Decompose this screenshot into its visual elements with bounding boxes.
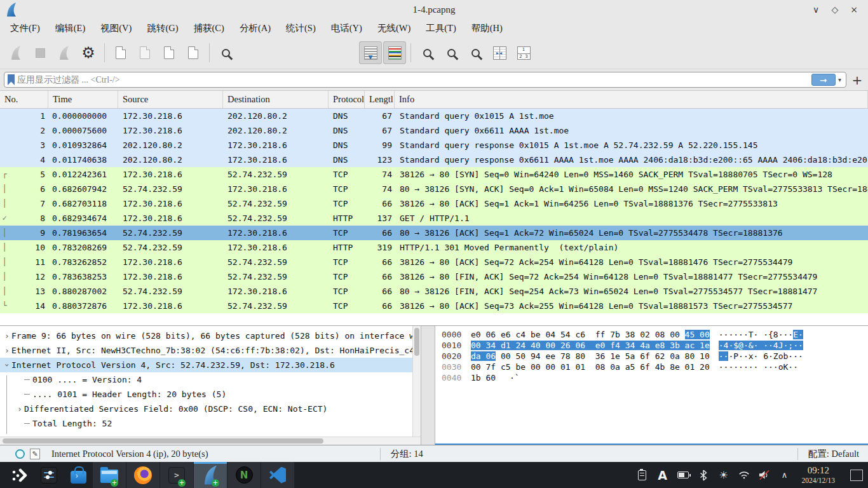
expander-icon[interactable]: › xyxy=(3,331,11,341)
zoom-in-button[interactable] xyxy=(416,41,438,64)
clipboard-tray-icon[interactable] xyxy=(637,469,648,482)
go-back-button[interactable] xyxy=(238,41,261,64)
column-header-info[interactable]: Info xyxy=(395,91,868,108)
detail-line[interactable]: ›Ethernet II, Src: NewH3CTechno_7b:38:02… xyxy=(0,343,421,358)
status-profile[interactable]: 配置: Default xyxy=(797,448,868,460)
capture-comment-icon[interactable]: ✎ xyxy=(30,449,40,459)
firefox-task[interactable] xyxy=(126,462,159,488)
file-manager-task[interactable]: + xyxy=(93,462,126,488)
zoom-reset-button[interactable] xyxy=(464,41,487,64)
menu-analyze[interactable]: 分析(A) xyxy=(232,21,278,36)
packet-row[interactable]: │70.682703118172.30.218.652.74.232.59TCP… xyxy=(0,196,868,211)
tray-expand-chevron-icon[interactable]: ∧ xyxy=(779,469,790,482)
expander-icon[interactable]: › xyxy=(15,404,24,414)
battery-tray-icon[interactable] xyxy=(677,469,689,482)
title-bar[interactable]: 1-4.pcapng ∨ ◇ × xyxy=(0,0,868,19)
menu-telephony[interactable]: 电话(Y) xyxy=(323,21,370,36)
go-first-button[interactable] xyxy=(311,41,334,64)
packet-row[interactable]: └140.880372876172.30.218.652.74.232.59TC… xyxy=(0,299,868,313)
menu-edit[interactable]: 编辑(E) xyxy=(48,21,93,36)
hex-row[interactable]: 0020da 06 00 50 94 ee 78 80 36 1e 5a 6f … xyxy=(442,351,868,362)
menu-view[interactable]: 视图(V) xyxy=(93,21,139,36)
vscode-task[interactable] xyxy=(261,462,294,488)
open-file-button[interactable] xyxy=(109,41,132,64)
hex-row[interactable]: 003000 7f c5 be 00 00 01 01 08 0a a5 6f … xyxy=(442,362,868,373)
hex-row[interactable]: 00401b 60 ·` xyxy=(442,373,868,384)
packet-row[interactable]: │60.68260794252.74.232.59172.30.218.6TCP… xyxy=(0,182,868,196)
layout-button[interactable] xyxy=(512,41,535,64)
find-packet-button[interactable] xyxy=(214,41,237,64)
details-horizontal-scrollbar[interactable] xyxy=(0,437,421,445)
bluetooth-tray-icon[interactable] xyxy=(698,469,709,482)
column-header-no[interactable]: No. xyxy=(0,91,48,108)
settings-launcher[interactable] xyxy=(34,462,64,488)
close-file-button[interactable] xyxy=(158,41,180,64)
details-horizontal-scrollbar-thumb[interactable] xyxy=(3,438,323,444)
show-desktop-button[interactable] xyxy=(850,470,863,481)
hex-row[interactable]: 0000e0 06 e6 c4 be 04 54 c6 ff 7b 38 02 … xyxy=(442,330,868,341)
packet-row[interactable]: 10.000000000172.30.218.6202.120.80.2DNS6… xyxy=(0,109,868,123)
close-button[interactable]: × xyxy=(848,3,860,16)
clock[interactable]: 09:12 2024/12/13 xyxy=(799,465,837,484)
wireshark-task[interactable]: + xyxy=(194,462,227,488)
packet-row[interactable]: 30.010932864202.120.80.2172.30.218.6DNS9… xyxy=(0,138,868,152)
expert-info-icon[interactable] xyxy=(15,449,25,459)
packet-row[interactable]: ✓80.682934674172.30.218.652.74.232.59HTT… xyxy=(0,211,868,226)
capture-options-button[interactable] xyxy=(77,41,100,64)
go-to-packet-button[interactable] xyxy=(287,41,309,64)
filter-bookmark-icon[interactable] xyxy=(8,74,15,85)
menu-capture[interactable]: 捕获(C) xyxy=(186,21,232,36)
zoom-out-button[interactable] xyxy=(440,41,463,64)
display-filter-field[interactable]: ➞ ▾ xyxy=(4,72,846,88)
menu-wireless[interactable]: 无线(W) xyxy=(370,21,418,36)
colorize-toggle[interactable] xyxy=(383,41,406,64)
packet-row[interactable]: │100.78320826952.74.232.59172.30.218.6HT… xyxy=(0,240,868,255)
resize-columns-button[interactable] xyxy=(488,41,511,64)
terminal-task[interactable]: > + xyxy=(160,462,193,488)
maximize-button[interactable]: ◇ xyxy=(829,3,841,16)
hex-row[interactable]: 001000 34 d1 24 40 00 26 06 e0 f4 34 4a … xyxy=(442,341,868,351)
packet-row[interactable]: 40.011740638202.120.80.2172.30.218.6DNS1… xyxy=(0,152,868,167)
packet-row[interactable]: │90.78196365452.74.232.59172.30.218.6TCP… xyxy=(0,226,868,240)
pane-splitter[interactable] xyxy=(421,326,435,445)
detail-line[interactable]: ›Differentiated Services Field: 0x00 (DS… xyxy=(0,402,421,416)
apply-filter-button[interactable]: ➞ xyxy=(811,74,836,86)
expander-icon[interactable]: › xyxy=(3,361,12,370)
go-forward-button[interactable] xyxy=(262,41,285,64)
menu-help[interactable]: 帮助(H) xyxy=(464,21,510,36)
software-store-launcher[interactable] xyxy=(64,462,93,488)
menu-statistics[interactable]: 统计(S) xyxy=(278,21,323,36)
packet-row[interactable]: │120.783638253172.30.218.652.74.232.59TC… xyxy=(0,269,868,284)
detail-line[interactable]: 0100 .... = Version: 4 xyxy=(0,372,421,387)
packet-row[interactable]: │110.783262852172.30.218.652.74.232.59TC… xyxy=(0,255,868,269)
display-filter-input[interactable] xyxy=(17,75,811,85)
minimize-button[interactable]: ∨ xyxy=(810,3,822,16)
detail-line[interactable]: ›Frame 9: 66 bytes on wire (528 bits), 6… xyxy=(0,329,421,343)
detail-line[interactable]: ›Internet Protocol Version 4, Src: 52.74… xyxy=(0,358,421,372)
wifi-tray-icon[interactable] xyxy=(738,469,750,482)
input-method-tray-icon[interactable]: A xyxy=(657,469,668,482)
add-filter-button[interactable]: + xyxy=(850,72,864,88)
detail-line[interactable]: Total Length: 52 xyxy=(0,416,421,431)
column-header-destination[interactable]: Destination xyxy=(223,91,329,108)
details-vertical-scrollbar-thumb[interactable] xyxy=(414,328,419,356)
column-header-time[interactable]: Time xyxy=(48,91,118,108)
detail-line[interactable]: .... 0101 = Header Length: 20 bytes (5) xyxy=(0,387,421,402)
auto-scroll-toggle[interactable] xyxy=(359,41,382,64)
app-menu-button[interactable] xyxy=(5,462,34,488)
volume-muted-tray-icon[interactable] xyxy=(759,469,770,482)
packet-row[interactable]: │130.88028700252.74.232.59172.30.218.6TC… xyxy=(0,284,868,299)
filter-dropdown-caret-icon[interactable]: ▾ xyxy=(836,76,844,83)
reload-file-button[interactable] xyxy=(182,41,205,64)
brightness-tray-icon[interactable]: ☀ xyxy=(718,469,729,482)
expander-icon[interactable]: › xyxy=(3,346,11,355)
column-header-lengtl[interactable]: Lengtl xyxy=(365,91,395,108)
neovim-task[interactable]: N xyxy=(227,462,261,488)
column-header-source[interactable]: Source xyxy=(118,91,223,108)
packet-row[interactable]: ┌50.012242361172.30.218.652.74.232.59TCP… xyxy=(0,167,868,182)
menu-file[interactable]: 文件(F) xyxy=(3,21,48,36)
column-header-protocol[interactable]: Protocol xyxy=(329,91,365,108)
menu-go[interactable]: 跳转(G) xyxy=(139,21,186,36)
packet-row[interactable]: 20.000075600172.30.218.6202.120.80.2DNS6… xyxy=(0,123,868,138)
details-vertical-scrollbar[interactable] xyxy=(412,326,421,437)
